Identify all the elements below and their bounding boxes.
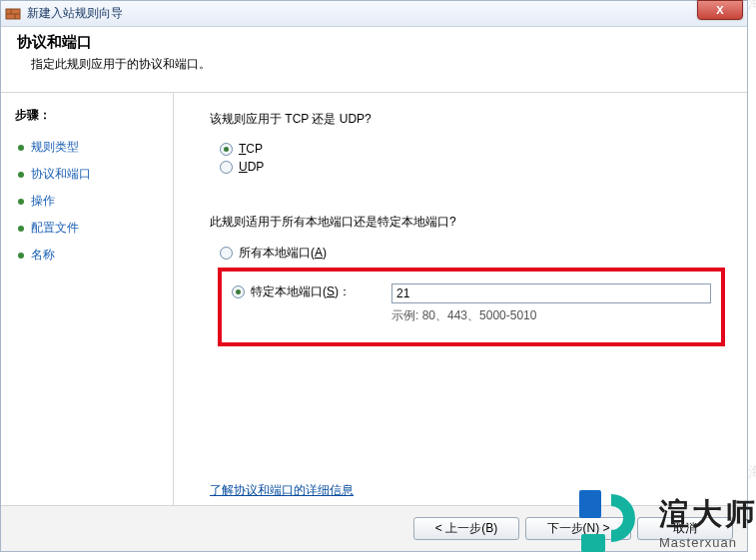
step-label: 协议和端口 (31, 166, 91, 183)
step-label: 名称 (31, 247, 55, 264)
wizard-footer: < 上一步(B) 下一步(N) > 取消 (1, 505, 747, 551)
port-example: 示例: 80、443、5000-5010 (391, 307, 711, 324)
bullet-icon (17, 225, 25, 233)
radio-icon (232, 285, 245, 298)
radio-label: TCP (239, 142, 263, 156)
window-title: 新建入站规则向导 (27, 5, 123, 22)
next-button[interactable]: 下一步(N) > (525, 517, 631, 540)
radio-tcp[interactable]: TCP (220, 142, 725, 156)
steps-heading: 步骤： (15, 107, 165, 124)
step-rule-type[interactable]: 规则类型 (15, 134, 165, 161)
radio-all-ports[interactable]: 所有本地端口(A) (220, 245, 379, 262)
bullet-icon (17, 252, 25, 260)
wizard-header: 协议和端口 指定此规则应用于的协议和端口。 (1, 27, 747, 93)
wizard-content: 该规则应用于 TCP 还是 UDP? TCP UDP 此规则适用于所有本地端口还… (174, 93, 747, 505)
step-protocol-ports[interactable]: 协议和端口 (15, 161, 165, 188)
titlebar: 新建入站规则向导 X (1, 1, 747, 27)
close-button[interactable]: X (697, 0, 743, 20)
bullet-icon (17, 144, 25, 152)
svg-point-8 (18, 253, 24, 259)
close-icon: X (716, 4, 723, 16)
bullet-icon (17, 198, 25, 206)
step-label: 配置文件 (31, 220, 79, 237)
steps-sidebar: 步骤： 规则类型 协议和端口 操作 配置文件 名称 (1, 93, 174, 505)
svg-point-6 (18, 199, 24, 205)
svg-point-7 (18, 226, 24, 232)
wizard-window: 新建入站规则向导 X 协议和端口 指定此规则应用于的协议和端口。 步骤： 规则类… (0, 0, 748, 552)
step-action[interactable]: 操作 (15, 188, 165, 215)
radio-label: 特定本地端口(S)： (251, 283, 351, 300)
port-input[interactable] (391, 283, 711, 303)
radio-udp[interactable]: UDP (220, 160, 725, 174)
step-label: 规则类型 (31, 139, 79, 156)
bullet-icon (17, 171, 25, 179)
step-name[interactable]: 名称 (15, 242, 165, 269)
page-title: 协议和端口 (17, 33, 731, 52)
cancel-button[interactable]: 取消 (637, 517, 733, 540)
radio-icon (220, 143, 233, 156)
radio-specific-ports[interactable]: 特定本地端口(S)： (232, 283, 391, 300)
back-button[interactable]: < 上一步(B) (413, 517, 519, 540)
radio-icon (220, 161, 233, 174)
protocol-question: 该规则应用于 TCP 还是 UDP? (210, 111, 725, 128)
radio-label: 所有本地端口(A) (239, 245, 327, 262)
svg-point-4 (18, 145, 24, 151)
step-label: 操作 (31, 193, 55, 210)
learn-more-link[interactable]: 了解协议和端口的详细信息 (210, 483, 354, 497)
step-profile[interactable]: 配置文件 (15, 215, 165, 242)
radio-label: UDP (239, 160, 264, 174)
radio-icon (220, 247, 233, 260)
firewall-icon (5, 6, 21, 22)
svg-point-5 (18, 172, 24, 178)
page-subtitle: 指定此规则应用于的协议和端口。 (17, 56, 731, 73)
port-scope-question: 此规则适用于所有本地端口还是特定本地端口? (210, 214, 725, 231)
highlight-box: 特定本地端口(S)： 示例: 80、443、5000-5010 (218, 268, 725, 346)
